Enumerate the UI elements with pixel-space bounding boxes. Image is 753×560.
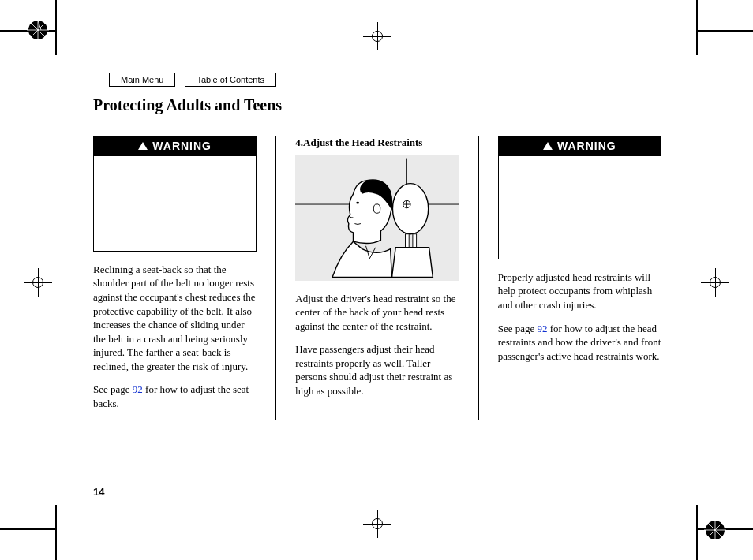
- body-text: See page 92 for how to adjust the head r…: [498, 322, 661, 364]
- warning-body: [94, 156, 256, 251]
- column-2: 4.Adjust the Head Restraints: [295, 136, 459, 420]
- registration-mark-icon: [25, 17, 51, 43]
- head-restraint-illustration: [295, 155, 459, 281]
- crop-mark: [55, 505, 57, 560]
- body-text: Reclining a seat-back so that the should…: [93, 263, 257, 373]
- cross-mark-icon: [24, 268, 52, 297]
- warning-header: WARNING: [94, 136, 256, 156]
- crop-mark: [696, 505, 698, 560]
- warning-box: WARNING: [93, 136, 257, 252]
- columns: WARNING Reclining a seat-back so that th…: [93, 136, 661, 420]
- crop-mark: [0, 528, 55, 530]
- warning-label: WARNING: [557, 139, 616, 154]
- warning-label: WARNING: [152, 139, 212, 154]
- crop-mark: [698, 30, 753, 32]
- page-number: 14: [93, 486, 104, 498]
- cross-mark-icon: [363, 510, 391, 538]
- footer-rule: [93, 480, 661, 480]
- column-3: WARNING Properly adjusted head restraint…: [498, 136, 661, 420]
- page-title: Protecting Adults and Teens: [93, 96, 661, 118]
- svg-point-20: [357, 201, 360, 203]
- registration-mark-icon: [702, 517, 728, 543]
- cross-mark-icon: [363, 22, 391, 50]
- page-link-92[interactable]: 92: [537, 323, 547, 334]
- warning-box: WARNING: [498, 136, 661, 259]
- nav-buttons: Main Menu Table of Contents: [109, 73, 661, 87]
- body-text: Properly adjusted head restraints will h…: [498, 271, 661, 312]
- body-text: See page 92 for how to adjust the seat-b…: [93, 383, 257, 410]
- toc-button[interactable]: Table of Contents: [185, 73, 276, 87]
- body-text: Adjust the driver's head restraint so th…: [295, 292, 459, 334]
- svg-point-14: [393, 183, 429, 233]
- column-divider: [275, 136, 276, 420]
- crop-mark: [55, 0, 57, 55]
- svg-rect-19: [413, 233, 417, 248]
- column-divider: [478, 136, 479, 420]
- page-content: Main Menu Table of Contents Protecting A…: [93, 73, 661, 420]
- cross-mark-icon: [701, 268, 729, 297]
- column-1: WARNING Reclining a seat-back so that th…: [93, 136, 257, 420]
- svg-rect-18: [406, 233, 410, 248]
- main-menu-button[interactable]: Main Menu: [109, 73, 175, 87]
- warning-header: WARNING: [499, 136, 661, 156]
- body-text: Have passengers adjust their head restra…: [295, 342, 459, 398]
- warning-body: [499, 156, 661, 259]
- warning-triangle-icon: [138, 142, 148, 150]
- page-link-92[interactable]: 92: [133, 383, 143, 395]
- warning-triangle-icon: [543, 142, 553, 150]
- crop-mark: [696, 0, 698, 55]
- subheading: 4.Adjust the Head Restraints: [295, 136, 459, 150]
